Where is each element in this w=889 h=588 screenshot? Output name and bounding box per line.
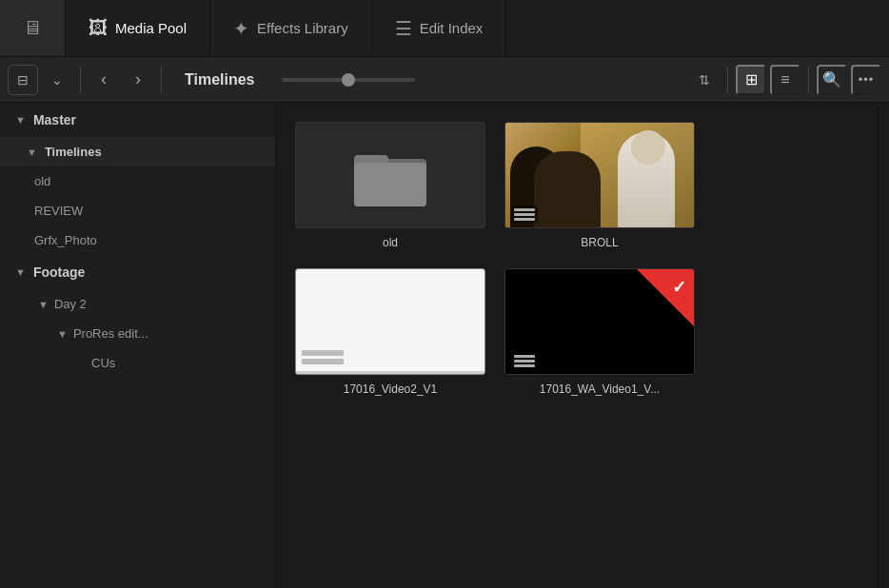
- main-area: ▼ Master ▼ Timelines old REVIEW Grfx_Pho…: [0, 103, 889, 588]
- progress-bar: [296, 371, 484, 374]
- divider: [80, 67, 81, 93]
- media-item-old-folder[interactable]: old: [295, 122, 485, 249]
- media-label-wa-video1: 17016_WA_Video1_V...: [540, 382, 660, 396]
- sidebar-item-grfx-photo[interactable]: Grfx_Photo: [0, 225, 275, 255]
- wa-thumbnail: ✓: [505, 269, 694, 374]
- right-scrollbar[interactable]: [878, 103, 889, 588]
- media-label-old-folder: old: [383, 236, 398, 249]
- day2-chevron-icon: ▼: [38, 299, 49, 310]
- nav-media-pool[interactable]: 🖼 Media Pool: [66, 0, 210, 56]
- divider4: [808, 67, 809, 93]
- slider-thumb: [342, 73, 355, 87]
- master-chevron-icon: ▼: [15, 114, 26, 126]
- sidebar-master-label: Master: [33, 112, 76, 127]
- media-label-broll: BROLL: [581, 236, 618, 249]
- media-thumb-wa-video1: ✓: [504, 268, 695, 375]
- sidebar: ▼ Master ▼ Timelines old REVIEW Grfx_Pho…: [0, 103, 276, 588]
- media-thumb-old-folder: [295, 122, 485, 228]
- sidebar-master-header[interactable]: ▼ Master: [0, 103, 275, 137]
- top-nav: 🖥 🖼 Media Pool ✦ Effects Library ☰ Edit …: [0, 0, 889, 57]
- chevron-down-icon: ⌄: [51, 72, 63, 88]
- nav-effects-library[interactable]: ✦ Effects Library: [210, 0, 372, 56]
- list-view-icon: ≡: [780, 71, 789, 88]
- sidebar-review-label: REVIEW: [34, 204, 83, 218]
- toolbar: ⊟ ⌄ ‹ › Timelines ⇅ ⊞ ≡ 🔍: [0, 57, 889, 103]
- sidebar-footage-label: Footage: [33, 265, 85, 280]
- grid-icon: ⊞: [745, 70, 758, 88]
- search-button[interactable]: 🔍: [817, 65, 847, 95]
- folder-thumb: [296, 123, 484, 227]
- breadcrumb-title: Timelines: [185, 71, 255, 88]
- sort-button[interactable]: ⇅: [689, 65, 720, 95]
- effects-icon: ✦: [233, 17, 249, 40]
- media-thumb-video2: [295, 268, 485, 375]
- panel-toggle-button[interactable]: ⊟: [8, 65, 38, 95]
- toolbar-left: ⊟ ⌄ ‹ ›: [8, 65, 166, 95]
- timeline-overlay-icon: [511, 206, 538, 223]
- sidebar-grfx-label: Grfx_Photo: [34, 233, 97, 247]
- media-item-video2[interactable]: 17016_Video2_V1: [295, 268, 485, 396]
- media-item-broll[interactable]: BROLL: [504, 122, 695, 249]
- forward-button[interactable]: ›: [123, 65, 153, 95]
- divider3: [727, 67, 728, 93]
- broll-thumbnail: [505, 123, 694, 227]
- list-view-button[interactable]: ≡: [770, 65, 800, 95]
- sidebar-timelines-label: Timelines: [45, 145, 102, 159]
- sidebar-cus-label: CUs: [91, 356, 115, 370]
- ellipsis-icon: •••: [859, 72, 875, 87]
- search-icon: 🔍: [822, 70, 841, 88]
- checkmark-icon: ✓: [672, 277, 686, 298]
- sidebar-item-prores[interactable]: ▼ ProRes edit...: [0, 319, 275, 348]
- sidebar-item-cus[interactable]: CUs: [0, 348, 275, 378]
- media-thumb-broll: [504, 122, 695, 228]
- sidebar-day2-label: Day 2: [54, 297, 87, 311]
- timelines-chevron-icon: ▼: [27, 147, 37, 158]
- content-grid: old: [276, 103, 878, 588]
- nav-media-pool-label: Media Pool: [115, 20, 187, 36]
- sidebar-old-label: old: [34, 174, 50, 188]
- nav-effects-label: Effects Library: [257, 20, 348, 36]
- sidebar-footage-header[interactable]: ▼ Footage: [0, 255, 275, 289]
- grid-view-button[interactable]: ⊞: [736, 65, 766, 95]
- media-item-wa-video1[interactable]: ✓ 17016_WA_Video1_V...: [504, 268, 695, 396]
- toolbar-right: ⇅ ⊞ ≡ 🔍 •••: [689, 65, 881, 95]
- more-options-button[interactable]: •••: [851, 65, 881, 95]
- nav-monitor[interactable]: 🖥: [0, 0, 66, 56]
- folder-icon: [352, 142, 428, 208]
- zoom-slider[interactable]: [282, 78, 415, 82]
- blank-thumbnail: [296, 269, 484, 374]
- back-button[interactable]: ‹: [89, 65, 119, 95]
- panel-toggle-icon: ⊟: [17, 72, 29, 88]
- nav-edit-index-label: Edit Index: [420, 20, 484, 36]
- sidebar-prores-label: ProRes edit...: [73, 326, 148, 341]
- sidebar-item-old[interactable]: old: [0, 167, 275, 196]
- monitor-icon: 🖥: [23, 17, 42, 39]
- slider-area: [274, 78, 423, 82]
- sidebar-item-timelines[interactable]: ▼ Timelines: [0, 137, 275, 167]
- divider2: [161, 67, 162, 93]
- media-label-video2: 17016_Video2_V1: [344, 382, 438, 396]
- prores-chevron-icon: ▼: [57, 328, 68, 340]
- nav-edit-index[interactable]: ☰ Edit Index: [372, 0, 507, 56]
- back-icon: ‹: [101, 69, 107, 89]
- sidebar-item-review[interactable]: REVIEW: [0, 196, 275, 225]
- media-pool-icon: 🖼: [89, 17, 108, 39]
- list-icon: ☰: [395, 17, 412, 40]
- breadcrumb-area: Timelines: [169, 71, 270, 88]
- forward-icon: ›: [135, 69, 141, 89]
- sidebar-item-day2[interactable]: ▼ Day 2: [0, 289, 275, 319]
- footage-chevron-icon: ▼: [15, 266, 26, 278]
- timeline-overlay-icon-2: [511, 352, 538, 369]
- sort-icon: ⇅: [699, 72, 710, 88]
- dropdown-button[interactable]: ⌄: [42, 65, 72, 95]
- svg-rect-2: [354, 163, 426, 206]
